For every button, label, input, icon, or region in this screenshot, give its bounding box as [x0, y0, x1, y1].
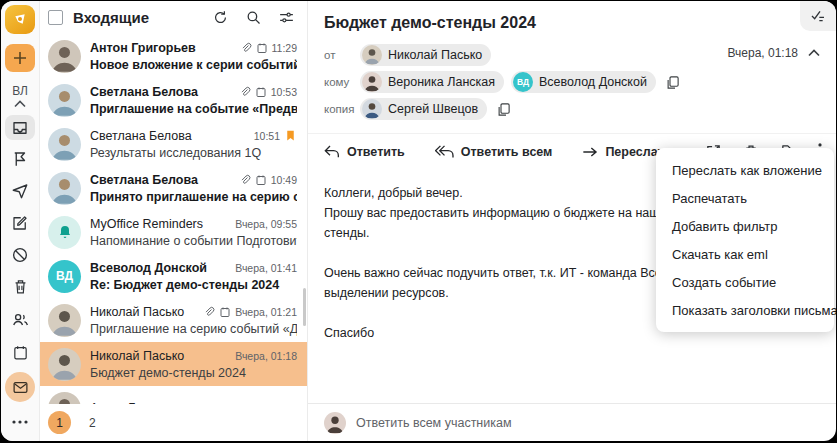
cc-chip[interactable]: Сергей Швецов	[360, 98, 487, 120]
person-photo-icon	[48, 40, 81, 73]
more-icon	[11, 419, 29, 425]
app-contacts-button[interactable]	[5, 306, 35, 332]
compose-icon	[11, 214, 29, 232]
menu-item-add-filter[interactable]: Добавить фильтр	[656, 212, 834, 240]
collapse-header-button[interactable]	[808, 49, 820, 57]
mail-header-meta: от Николай Пасько кому Вероника Ланская …	[308, 42, 836, 133]
folder-title: Входящие	[73, 9, 196, 26]
select-all-checkbox[interactable]	[48, 10, 63, 25]
spam-icon	[11, 246, 29, 264]
copy-recipients-button[interactable]	[665, 75, 680, 90]
list-item[interactable]: Светлана Белова10:49 Принято приглашение…	[40, 166, 307, 210]
sidebar-item-spam[interactable]	[5, 242, 35, 267]
menu-item-forward-as-attachment[interactable]: Переслать как вложение	[656, 156, 834, 184]
sidebar-item-flagged[interactable]	[5, 147, 35, 172]
message-time: Вчера, 01:41	[235, 262, 297, 274]
list-item[interactable]: Светлана Белова10:53 Приглашение на собы…	[40, 78, 307, 122]
recipient-chip[interactable]: Вероника Ланская	[360, 71, 504, 93]
current-user-avatar	[324, 412, 346, 434]
mail-logo-icon	[12, 11, 28, 27]
mail-time: Вчера, 01:18	[727, 46, 798, 60]
avatar	[48, 392, 81, 405]
list-item-selected[interactable]: Николай ПаськоВчера, 01:18 Бюджет демо-с…	[40, 342, 307, 386]
app-mail-button[interactable]	[5, 372, 35, 402]
menu-item-show-headers[interactable]: Показать заголовки письма	[656, 296, 834, 324]
person-photo-icon	[362, 72, 382, 92]
recipient-chip[interactable]: ВД Всеволод Донской	[511, 71, 656, 93]
from-label: от	[324, 49, 360, 61]
copy-icon	[496, 102, 511, 117]
list-scrollbar[interactable]	[303, 288, 306, 326]
message-time: 10:51	[254, 130, 280, 142]
sender-chip[interactable]: Николай Пасько	[360, 44, 491, 66]
avatar	[48, 304, 81, 337]
list-item[interactable]: Николай ПаськоВчера, 01:21 Приглашение н…	[40, 298, 307, 342]
list-item[interactable]: MyOffice RemindersВчера, 09:55 Напоминан…	[40, 210, 307, 254]
mail-subject-title: Бюджет демо-стенды 2024	[308, 1, 836, 42]
sidebar-item-trash[interactable]	[5, 274, 35, 299]
menu-item-download-eml[interactable]: Скачать как eml	[656, 240, 834, 268]
person-photo-icon	[48, 84, 81, 117]
bookmark-icon	[284, 129, 297, 142]
list-item[interactable]: ВД Всеволод ДонскойВчера, 01:41 Re: Бюдж…	[40, 254, 307, 298]
app-more-button[interactable]	[5, 409, 35, 435]
more-actions-menu: Переслать как вложение Распечатать Добав…	[656, 148, 834, 332]
reply-button[interactable]: Ответить	[324, 145, 405, 159]
tasks-panel-toggle[interactable]	[800, 1, 836, 31]
mail-time-area: Вчера, 01:18	[727, 46, 820, 60]
sidebar-item-drafts[interactable]	[5, 211, 35, 236]
event-icon	[256, 42, 268, 54]
menu-item-create-event[interactable]: Создать событие	[656, 268, 834, 296]
menu-item-print[interactable]: Распечатать	[656, 184, 834, 212]
sidebar-item-inbox[interactable]	[5, 115, 35, 140]
forward-icon	[582, 146, 598, 158]
copy-cc-button[interactable]	[496, 102, 511, 117]
paperclip-icon	[239, 174, 251, 186]
person-photo-icon	[48, 304, 81, 337]
user-initials[interactable]: ВЛ	[12, 84, 28, 98]
list-item[interactable]: Антон ГригорьевВчера, 01:07	[40, 386, 307, 404]
inbox-icon	[11, 119, 29, 137]
event-icon	[255, 86, 267, 98]
copy-icon	[665, 75, 680, 90]
list-item[interactable]: Светлана Белова10:51 Результаты исследов…	[40, 122, 307, 166]
trash-icon	[12, 278, 29, 295]
collapse-account-button[interactable]	[14, 100, 26, 108]
message-time: Вчера, 09:55	[235, 218, 297, 230]
app-calendar-button[interactable]	[5, 339, 35, 365]
page-2-button[interactable]: 2	[89, 416, 96, 430]
avatar	[48, 216, 81, 249]
avatar	[48, 348, 81, 381]
person-photo-icon	[48, 392, 81, 405]
app-logo[interactable]	[5, 5, 35, 34]
filter-icon	[278, 9, 295, 26]
search-icon	[245, 9, 262, 26]
reply-all-button[interactable]: Ответить всем	[435, 145, 553, 159]
cc-row: копия Сергей Швецов	[324, 98, 820, 120]
send-icon	[11, 182, 29, 200]
list-header: Входящие	[40, 1, 307, 34]
page-1-button[interactable]: 1	[48, 411, 71, 434]
avatar	[48, 84, 81, 117]
list-item[interactable]: Антон Григорьев11:29 Новое вложение к се…	[40, 34, 307, 78]
sidebar-item-sent[interactable]	[5, 179, 35, 204]
avatar-initials: ВД	[48, 260, 81, 293]
avatar	[48, 128, 81, 161]
bell-icon	[57, 224, 73, 240]
quick-reply-bar[interactable]: Ответить всем участникам	[308, 403, 836, 441]
compose-new-button[interactable]	[5, 44, 35, 73]
app-window: ВЛ	[1, 1, 836, 441]
event-icon	[255, 174, 267, 186]
search-button[interactable]	[245, 9, 262, 26]
avatar	[48, 172, 81, 205]
message-time: 10:49	[271, 174, 297, 186]
quick-reply-placeholder: Ответить всем участникам	[356, 416, 512, 430]
refresh-button[interactable]	[212, 9, 229, 26]
message-time: Вчера, 01:21	[235, 306, 297, 318]
message-time: 10:53	[271, 86, 297, 98]
reply-all-icon	[435, 145, 454, 159]
filter-button[interactable]	[278, 9, 295, 26]
mail-icon	[12, 379, 29, 396]
message-time: Вчера, 01:18	[235, 350, 297, 362]
paperclip-icon	[239, 86, 251, 98]
